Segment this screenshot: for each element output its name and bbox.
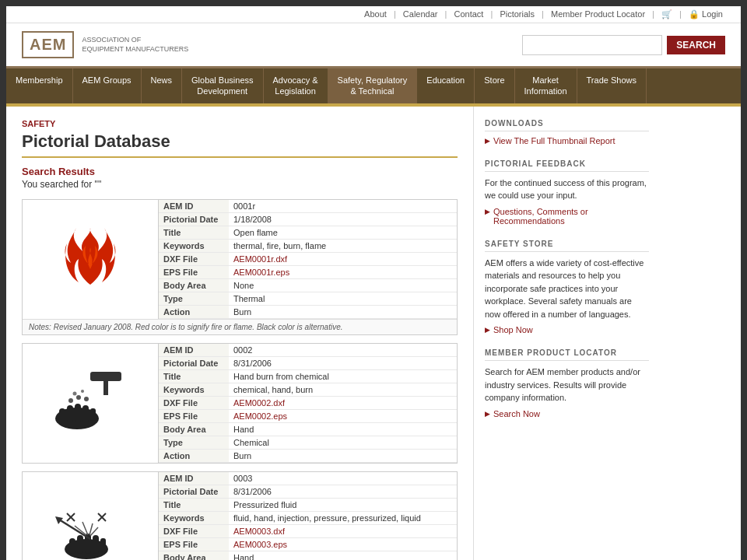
val-dxf-1: AEM0001r.dxf [229, 252, 457, 265]
topbar-login[interactable]: 🔒 Login [689, 9, 723, 19]
search-input[interactable] [522, 35, 662, 55]
nav-trade-shows[interactable]: Trade Shows [577, 68, 647, 103]
org-name: ASSOCIATION OF EQUIPMENT MANUFACTURERS [82, 36, 188, 54]
search-results-label: Search Results [22, 166, 458, 177]
val-type-1: Thermal [229, 292, 457, 305]
svg-rect-0 [90, 372, 121, 381]
svg-rect-7 [90, 408, 96, 421]
dxf-link-2[interactable]: AEM0002.dxf [233, 398, 285, 408]
label-date-2: Pictorial Date [159, 356, 229, 369]
label-eps: EPS File [159, 265, 229, 278]
label-keywords: Keywords [159, 239, 229, 252]
label-keywords-2: Keywords [159, 383, 229, 396]
label-aem-id-3: AEM ID [159, 472, 229, 485]
sidebar-member-locator-text: Search for AEM member products and/or in… [485, 366, 649, 404]
nav-advocacy[interactable]: Advocacy &Legislation [264, 68, 328, 103]
label-action-2: Action [159, 449, 229, 462]
val-action-1: Burn [229, 305, 457, 318]
pressurized-fluid-svg-icon [47, 496, 133, 560]
topbar-member-locator[interactable]: Member Product Locator [551, 9, 645, 19]
val-action-2: Burn [229, 449, 457, 462]
label-pictorial-date: Pictorial Date [159, 212, 229, 226]
val-title-2: Hand burn from chemical [229, 369, 457, 383]
sidebar-thumbnail-report-link[interactable]: View The Full Thumbnail Report [485, 136, 649, 145]
label-dxf-2: DXF File [159, 396, 229, 409]
svg-point-8 [68, 398, 73, 403]
page-title: Pictorial Database [22, 131, 458, 158]
val-body-area-1: None [229, 278, 457, 292]
nav-safety[interactable]: Safety, Regulatory& Technical [328, 68, 418, 103]
breadcrumb: SAFETY [22, 119, 458, 128]
dxf-link-1[interactable]: AEM0001r.dxf [233, 254, 287, 264]
dxf-link-3[interactable]: AEM0003.dxf [233, 527, 285, 536]
svg-rect-6 [82, 405, 89, 422]
result-image-3 [23, 472, 159, 560]
eps-link-1[interactable]: AEM0001r.eps [233, 268, 289, 277]
val-eps-1: AEM0001r.eps [229, 265, 457, 278]
nav-global-business[interactable]: Global BusinessDevelopment [182, 68, 264, 103]
topbar-cart-icon[interactable]: 🛒 [661, 9, 672, 19]
label-date-3: Pictorial Date [159, 485, 229, 498]
sidebar-downloads: DOWNLOADS View The Full Thumbnail Report [485, 119, 649, 145]
sidebar-safety-store-text: AEM offers a wide variety of cost-effect… [485, 257, 649, 321]
val-keywords-1: thermal, fire, burn, flame [229, 239, 457, 252]
val-date-3: 8/31/2006 [229, 485, 457, 498]
label-eps-2: EPS File [159, 409, 229, 422]
label-body-area-3: Body Area [159, 551, 229, 560]
eps-link-2[interactable]: AEM0002.eps [233, 411, 287, 421]
result-image-1 [23, 200, 159, 319]
label-keywords-3: Keywords [159, 511, 229, 524]
nav-aem-groups[interactable]: AEM Groups [73, 68, 142, 103]
val-aem-id-1: 0001r [229, 200, 457, 213]
val-type-2: Chemical [229, 436, 457, 449]
svg-rect-3 [59, 408, 65, 422]
val-eps-2: AEM0002.eps [229, 409, 457, 422]
result-row-2: AEM ID0002 Pictorial Date8/31/2006 Title… [22, 343, 458, 464]
sidebar-shop-now-link[interactable]: Shop Now [485, 325, 649, 334]
eps-link-3[interactable]: AEM0003.eps [233, 540, 287, 549]
sidebar-feedback: PICTORIAL FEEDBACK For the continued suc… [485, 159, 649, 226]
search-button[interactable]: SEARCH [667, 36, 725, 54]
label-title-3: Title [159, 498, 229, 511]
main-content: SAFETY Pictorial Database Search Results… [6, 107, 473, 560]
svg-rect-15 [77, 535, 83, 554]
val-dxf-3: AEM0003.dxf [229, 524, 457, 537]
val-aem-id-3: 0003 [229, 472, 457, 485]
topbar-calendar[interactable]: Calendar [403, 9, 438, 19]
result-row-1: AEM ID0001r Pictorial Date1/18/2008 Titl… [22, 199, 458, 335]
label-body-area-2: Body Area [159, 422, 229, 436]
svg-point-9 [76, 395, 81, 400]
val-keywords-3: fluid, hand, injection, pressure, pressu… [229, 511, 457, 524]
result-row-3: AEM ID0003 Pictorial Date8/31/2006 Title… [22, 471, 458, 560]
hand-chemical-svg-icon [47, 368, 133, 438]
sidebar: DOWNLOADS View The Full Thumbnail Report… [473, 107, 660, 560]
topbar-pictorials[interactable]: Pictorials [500, 9, 535, 19]
flame-svg-icon [59, 224, 121, 294]
val-body-area-2: Hand [229, 422, 457, 436]
svg-point-12 [81, 390, 84, 393]
nav-membership[interactable]: Membership [6, 68, 73, 103]
label-dxf: DXF File [159, 252, 229, 265]
sidebar-safety-store: SAFETY STORE AEM offers a wide variety o… [485, 240, 649, 335]
val-title-3: Pressurized fluid [229, 498, 457, 511]
val-body-area-3: Hand [229, 551, 457, 560]
val-keywords-2: chemical, hand, burn [229, 383, 457, 396]
header: AEM ASSOCIATION OF EQUIPMENT MANUFACTURE… [6, 23, 741, 68]
nav-news[interactable]: News [142, 68, 183, 103]
label-aem-id: AEM ID [159, 200, 229, 213]
val-dxf-2: AEM0002.dxf [229, 396, 457, 409]
result-table-2: AEM ID0002 Pictorial Date8/31/2006 Title… [159, 344, 457, 463]
nav-education[interactable]: Education [417, 68, 475, 103]
nav-market[interactable]: MarketInformation [515, 68, 577, 103]
nav-store[interactable]: Store [475, 68, 514, 103]
sidebar-feedback-link[interactable]: Questions, Comments or Recommendations [485, 207, 649, 226]
search-query-text: You searched for "" [22, 179, 458, 190]
sidebar-feedback-text: For the continued success of this progra… [485, 177, 649, 202]
svg-point-11 [73, 392, 77, 396]
sidebar-search-now-link[interactable]: Search Now [485, 409, 649, 418]
topbar-about[interactable]: About [364, 9, 387, 19]
topbar-contact[interactable]: Contact [454, 9, 483, 19]
main-nav: Membership AEM Groups News Global Busine… [6, 68, 741, 103]
svg-rect-1 [103, 381, 108, 395]
label-title-2: Title [159, 369, 229, 383]
